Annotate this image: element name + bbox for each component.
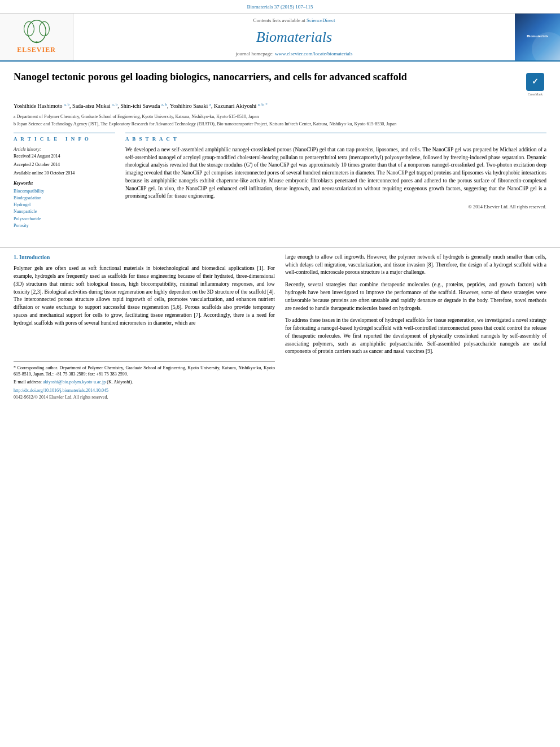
authors: Yoshihide Hashimoto a, b, Sada-atsu Muka… bbox=[14, 102, 546, 110]
sup-c: a, b bbox=[161, 102, 167, 107]
body-col-right: large enough to allow cell ingrowth. How… bbox=[285, 254, 546, 400]
sup-d: a bbox=[209, 102, 211, 107]
affil-a-text: a Department of Polymer Chemistry, Gradu… bbox=[14, 113, 259, 120]
cover-title: Biomaterials bbox=[524, 32, 550, 42]
journal-cover: Biomaterials bbox=[515, 14, 560, 61]
article-title-section: Nanogel tectonic porous gel loading biol… bbox=[14, 71, 546, 97]
sup-e: a, b, * bbox=[258, 102, 268, 107]
journal-name: Biomaterials bbox=[256, 27, 332, 47]
body-two-col: 1. Introduction Polymer gels are often u… bbox=[0, 254, 560, 400]
intro-para-2: large enough to allow cell ingrowth. How… bbox=[285, 254, 546, 277]
keyword-3: Hydrogel bbox=[14, 202, 115, 208]
sciencedirect-line: Contents lists available at ScienceDirec… bbox=[253, 17, 335, 24]
intro-para-4: To address these issues in the developme… bbox=[285, 317, 546, 356]
svg-point-1 bbox=[24, 22, 34, 36]
article-info-header: A R T I C L E I N F O bbox=[14, 133, 115, 143]
abstract-section: A B S T R A C T We developed a new self-… bbox=[125, 133, 546, 229]
issn-line: 0142-9612/© 2014 Elsevier Ltd. All right… bbox=[14, 394, 275, 401]
crossmark-badge[interactable]: ✓ CrossMark bbox=[524, 73, 546, 97]
affiliations: a Department of Polymer Chemistry, Gradu… bbox=[14, 113, 546, 127]
crossmark-label: CrossMark bbox=[528, 92, 543, 97]
elsevier-logo: ELSEVIER bbox=[0, 14, 73, 61]
journal-homepage: journal homepage: www.elsevier.com/locat… bbox=[236, 50, 353, 58]
received-date: Received 24 August 2014 bbox=[14, 153, 115, 159]
crossmark-icon[interactable]: ✓ bbox=[526, 73, 544, 91]
intro-para-3: Recently, several strategies that combin… bbox=[285, 281, 546, 312]
abstract-text: We developed a new self-assembled amphip… bbox=[125, 146, 546, 200]
svg-point-0 bbox=[27, 20, 45, 43]
abstract-header: A B S T R A C T bbox=[125, 133, 546, 143]
history-label: Article history: bbox=[14, 146, 115, 152]
email-address[interactable]: akiyoshi@bio.polym.kyoto-u.ac.jp bbox=[43, 379, 106, 385]
sup-b: a, b bbox=[112, 102, 117, 107]
keyword-2: Biodegradation bbox=[14, 195, 115, 201]
doi-line[interactable]: http://dx.doi.org/10.1016/j.biomaterials… bbox=[14, 387, 275, 394]
homepage-url[interactable]: www.elsevier.com/locate/biomaterials bbox=[275, 51, 352, 56]
footnote-area: * Corresponding author. Department of Po… bbox=[14, 361, 275, 401]
page: Biomaterials 37 (2015) 107–115 ELSEVIER … bbox=[0, 0, 560, 747]
contents-label: Contents lists available at bbox=[253, 18, 305, 23]
journal-citation: Biomaterials 37 (2015) 107–115 bbox=[0, 0, 560, 14]
article-content: Nanogel tectonic porous gel loading biol… bbox=[0, 62, 560, 242]
article-info-box: A R T I C L E I N F O Article history: R… bbox=[14, 133, 115, 229]
affil-b: b Japan Science and Technology Agency (J… bbox=[14, 121, 546, 127]
citation-text: Biomaterials 37 (2015) 107–115 bbox=[247, 4, 313, 10]
keyword-4: Nanoparticle bbox=[14, 208, 115, 215]
journal-header: ELSEVIER Contents lists available at Sci… bbox=[0, 14, 560, 62]
divider bbox=[0, 247, 560, 248]
elsevier-tree-icon bbox=[17, 19, 56, 44]
article-title: Nanogel tectonic porous gel loading biol… bbox=[14, 71, 517, 84]
info-abstract-section: A R T I C L E I N F O Article history: R… bbox=[14, 133, 546, 229]
abstract-copyright: © 2014 Elsevier Ltd. All rights reserved… bbox=[125, 204, 546, 211]
homepage-label: journal homepage: bbox=[236, 51, 274, 56]
introduction-title: 1. Introduction bbox=[14, 254, 275, 262]
affil-a: a Department of Polymer Chemistry, Gradu… bbox=[14, 113, 546, 120]
email-label: E-mail address: bbox=[14, 379, 42, 385]
body-col-left: 1. Introduction Polymer gels are often u… bbox=[14, 254, 275, 400]
sup-a: a, b bbox=[64, 102, 69, 107]
journal-center: Contents lists available at ScienceDirec… bbox=[73, 14, 515, 61]
available-date: Available online 30 October 2014 bbox=[14, 170, 115, 176]
keyword-5: Polysaccharide bbox=[14, 216, 115, 222]
keyword-1: Biocompatibility bbox=[14, 188, 115, 194]
corresponding-footnote: * Corresponding author. Department of Po… bbox=[14, 365, 275, 377]
sciencedirect-link[interactable]: ScienceDirect bbox=[307, 18, 335, 23]
keywords-title: Keywords: bbox=[14, 180, 115, 186]
affil-b-text: b Japan Science and Technology Agency (J… bbox=[14, 121, 396, 127]
keyword-6: Porosity bbox=[14, 222, 115, 229]
svg-point-2 bbox=[39, 22, 49, 36]
email-name: (K. Akiyoshi). bbox=[107, 379, 133, 385]
elsevier-brand-text: ELSEVIER bbox=[17, 45, 56, 55]
email-footnote: E-mail address: akiyoshi@bio.polym.kyoto… bbox=[14, 379, 275, 385]
intro-para-1: Polymer gels are often used as soft func… bbox=[14, 265, 275, 327]
accepted-date: Accepted 2 October 2014 bbox=[14, 161, 115, 168]
